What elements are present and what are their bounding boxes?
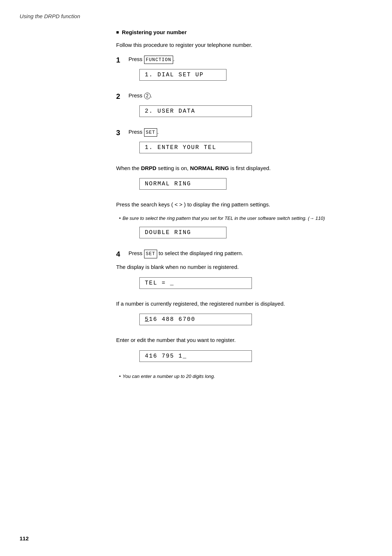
lcd-user-data: 2. USER DATA (139, 105, 252, 117)
step-1-number: 1 (116, 55, 125, 65)
lcd-normal-ring: NORMAL RING (139, 178, 226, 190)
set-key-2: SET (144, 250, 157, 258)
step-3-number: 3 (116, 128, 125, 137)
blank-display-text: The display is blank when no number is r… (116, 263, 356, 271)
underline-digit: 5 (145, 316, 149, 323)
step-2: 2 Press 2. 2. USER DATA (116, 92, 356, 123)
lcd-edit-number: 416 795 1_ (139, 350, 252, 362)
bullet-note-2: You can enter a number up to 20 digits l… (119, 373, 356, 380)
lcd-tel-blank: TEL = _ (139, 277, 252, 289)
lcd-enter-your-tel: 1. ENTER YOUR TEL (139, 142, 252, 153)
search-keys-text: Press the search keys ( < > ) to display… (116, 201, 356, 209)
step-4-text: Press SET to select the displayed ring p… (128, 249, 356, 258)
section-title: Registering your number (116, 29, 356, 35)
bullet-note-1: Be sure to select the ring pattern that … (119, 215, 356, 222)
step-3-text: Press SET. (128, 128, 356, 137)
lcd-dial-set-up: 1. DIAL SET UP (139, 69, 226, 81)
circle-2: 2 (144, 93, 151, 99)
registered-rest: 16 488 6700 (149, 316, 196, 323)
page-number: 112 (20, 535, 29, 541)
edit-text: Enter or edit the number that you want t… (116, 336, 356, 345)
step-1: 1 Press FUNCTION. 1. DIAL SET UP (116, 55, 356, 86)
step-4-number: 4 (116, 249, 125, 259)
function-key: FUNCTION (144, 56, 173, 64)
drpd-text: When the DRPD setting is on, NORMAL RING… (116, 164, 356, 173)
step-1-text: Press FUNCTION. (128, 55, 356, 64)
step-2-number: 2 (116, 92, 125, 101)
set-key-1: SET (144, 128, 157, 137)
step-2-text: Press 2. (128, 92, 356, 100)
registered-text: If a number is currently registered, the… (116, 300, 356, 308)
lcd-registered-number: 516 488 6700 (139, 314, 252, 325)
step-4: 4 Press SET to select the displayed ring… (116, 249, 356, 259)
main-content: Registering your number Follow this proc… (116, 29, 356, 385)
lcd-double-ring: DOUBLE RING (139, 227, 226, 238)
page-label: Using the DRPD function (20, 13, 80, 19)
step-3: 3 Press SET. 1. ENTER YOUR TEL (116, 128, 356, 159)
intro-text: Follow this procedure to register your t… (116, 41, 356, 49)
